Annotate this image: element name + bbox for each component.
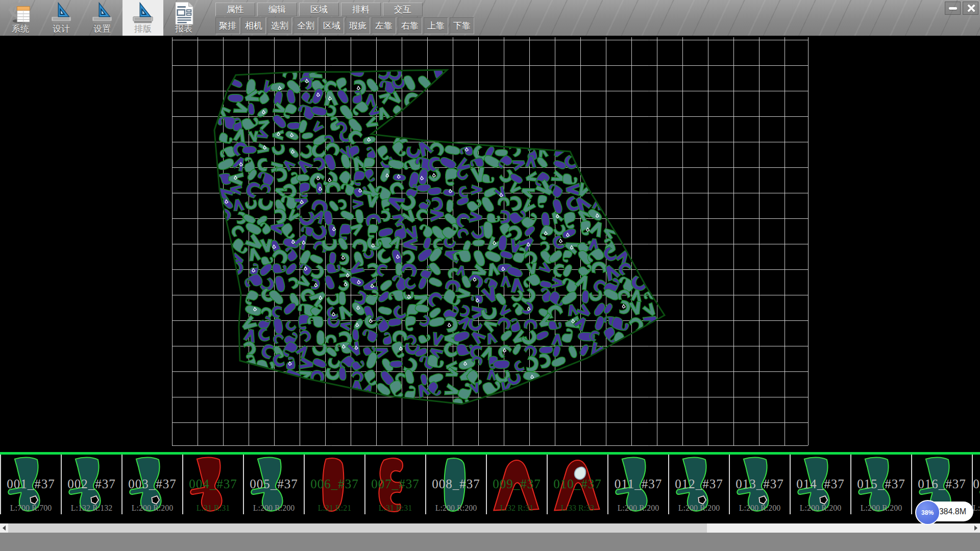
piece-id-label: 004_#37 — [183, 477, 243, 491]
main-icon-toolbar: 系统 设计 设置 排版 报表 — [0, 0, 204, 36]
toolbar-tool-label: 系统 — [12, 24, 29, 34]
piece-id-label: 016_#37 — [912, 477, 972, 491]
piece-id-label: 005_#37 — [244, 477, 304, 491]
thumbnail-tile[interactable]: 0 L: — [973, 455, 980, 514]
piece-id-label: 008_#37 — [426, 477, 486, 491]
piece-thumbnail-strip: 001_#37 L:700 R:700 002_#37 L:132 R:132 … — [0, 452, 980, 523]
menu-tab-3[interactable]: 排料 — [341, 3, 381, 16]
action-button-2[interactable]: 选割 — [267, 17, 292, 34]
piece-id-label: 012_#37 — [669, 477, 729, 491]
action-button-bar: 聚排相机选割全割区域瑕疵左靠右靠上靠下靠 — [215, 17, 476, 34]
scrollbar-thumb[interactable] — [8, 523, 707, 533]
menu-tab-bar: 属性编辑区域排料交互 — [215, 3, 425, 16]
thumbnail-tile[interactable]: 006_#37 L:21 R:21 — [305, 455, 365, 514]
piece-lr-label: L:32 R:31 — [487, 504, 547, 513]
piece-lr-label: L:21 R:21 — [305, 504, 364, 513]
toolbar-tool-label: 报表 — [175, 24, 192, 34]
progress-indicator: 38% — [915, 500, 940, 525]
application-window: 系统 设计 设置 排版 报表 — [0, 0, 980, 551]
toolbar-tool-label: 设置 — [93, 24, 111, 34]
piece-lr-label: L:31 R:31 — [183, 504, 243, 513]
piece-id-label: 007_#37 — [365, 477, 425, 491]
piece-lr-label: L:33 R:33 — [548, 504, 607, 513]
piece-lr-label: L:200 R:200 — [730, 504, 790, 513]
piece-id-label: 015_#37 — [851, 477, 911, 491]
thumbnail-tile[interactable]: 007_#37 L:31 R:31 — [365, 455, 426, 514]
piece-id-label: 006_#37 — [305, 477, 364, 491]
system-icon — [9, 2, 32, 24]
action-button-7[interactable]: 右靠 — [398, 17, 422, 34]
piece-lr-label: L:200 R:200 — [851, 504, 911, 513]
thumbnail-tile[interactable]: 003_#37 L:200 R:200 — [122, 455, 183, 514]
piece-lr-label: L:31 R:31 — [365, 504, 425, 513]
horizontal-scrollbar[interactable] — [0, 523, 980, 533]
piece-lr-label: L:200 R:200 — [608, 504, 668, 513]
report-icon — [172, 2, 195, 24]
piece-id-label: 001_#37 — [1, 477, 61, 491]
menu-tab-0[interactable]: 属性 — [215, 3, 255, 16]
thumbnail-tile[interactable]: 014_#37 L:200 R:200 — [791, 455, 851, 514]
action-button-8[interactable]: 上靠 — [424, 17, 448, 34]
toolbar-tool-nesting[interactable]: 排版 — [122, 0, 163, 36]
thumbnail-list: 001_#37 L:700 R:700 002_#37 L:132 R:132 … — [0, 455, 980, 514]
thumbnail-tile[interactable]: 004_#37 L:31 R:31 — [183, 455, 244, 514]
menu-tab-2[interactable]: 区域 — [299, 3, 339, 16]
thumbnail-tile[interactable]: 009_#37 L:32 R:31 — [487, 455, 548, 514]
piece-id-label: 010_#37 — [548, 477, 607, 491]
progress-percent: 38% — [921, 509, 934, 516]
toolbar-tool-label: 设计 — [53, 24, 70, 34]
minimize-button[interactable] — [945, 2, 961, 15]
action-button-0[interactable]: 聚排 — [215, 17, 240, 34]
piece-id-label: 0 — [973, 477, 980, 491]
status-bar — [0, 533, 980, 551]
design-icon — [50, 2, 73, 24]
thumbnail-tile[interactable]: 008_#37 L:200 R:200 — [426, 455, 487, 514]
piece-id-label: 011_#37 — [608, 477, 668, 491]
thumbnail-tile[interactable]: 005_#37 L:200 R:200 — [244, 455, 305, 514]
memory-badge: 38% 384.8M — [917, 502, 973, 521]
piece-lr-label: L: — [973, 504, 980, 513]
piece-lr-label: L:200 R:200 — [426, 504, 486, 513]
window-controls — [945, 2, 978, 15]
piece-id-label: 014_#37 — [791, 477, 850, 491]
thumbnail-tile[interactable]: 013_#37 L:200 R:200 — [730, 455, 791, 514]
scroll-right-button[interactable] — [972, 523, 980, 533]
piece-lr-label: L:200 R:200 — [669, 504, 729, 513]
piece-lr-label: L:200 R:200 — [122, 504, 182, 513]
title-toolbar: 系统 设计 设置 排版 报表 — [0, 0, 980, 36]
toolbar-tool-label: 排版 — [134, 24, 152, 34]
close-icon — [966, 4, 975, 13]
menu-tab-1[interactable]: 编辑 — [257, 3, 297, 16]
settings-icon — [90, 2, 114, 24]
action-button-6[interactable]: 左靠 — [372, 17, 396, 34]
thumbnail-tile[interactable]: 012_#37 L:200 R:200 — [669, 455, 730, 514]
chevron-left-icon — [3, 525, 6, 531]
close-button[interactable] — [963, 2, 978, 15]
thumbnail-tile[interactable]: 002_#37 L:132 R:132 — [62, 455, 122, 514]
action-button-9[interactable]: 下靠 — [450, 17, 474, 34]
menu-tab-4[interactable]: 交互 — [383, 3, 423, 16]
minimize-icon — [949, 7, 957, 10]
toolbar-tool-settings[interactable]: 设置 — [82, 0, 122, 36]
memory-value: 384.8M — [939, 507, 966, 516]
thumbnail-tile[interactable]: 001_#37 L:700 R:700 — [1, 455, 62, 514]
nesting-canvas[interactable] — [0, 36, 980, 452]
chevron-right-icon — [974, 525, 977, 531]
action-button-1[interactable]: 相机 — [241, 17, 266, 34]
nesting-icon — [131, 2, 155, 24]
scroll-left-button[interactable] — [0, 523, 8, 533]
thumbnail-tile[interactable]: 011_#37 L:200 R:200 — [608, 455, 669, 514]
toolbar-tool-design[interactable]: 设计 — [41, 0, 82, 36]
piece-id-label: 003_#37 — [122, 477, 182, 491]
action-button-5[interactable]: 瑕疵 — [346, 17, 370, 34]
thumbnail-tile[interactable]: 015_#37 L:200 R:200 — [851, 455, 912, 514]
piece-id-label: 002_#37 — [62, 477, 121, 491]
action-button-4[interactable]: 区域 — [320, 17, 344, 34]
piece-lr-label: L:200 R:200 — [244, 504, 304, 513]
piece-lr-label: L:200 R:200 — [791, 504, 850, 513]
piece-lr-label: L:700 R:700 — [1, 504, 61, 513]
toolbar-tool-report[interactable]: 报表 — [163, 0, 204, 36]
action-button-3[interactable]: 全割 — [293, 17, 318, 34]
toolbar-tool-system[interactable]: 系统 — [0, 0, 41, 36]
thumbnail-tile[interactable]: 010_#37 L:33 R:33 — [548, 455, 608, 514]
